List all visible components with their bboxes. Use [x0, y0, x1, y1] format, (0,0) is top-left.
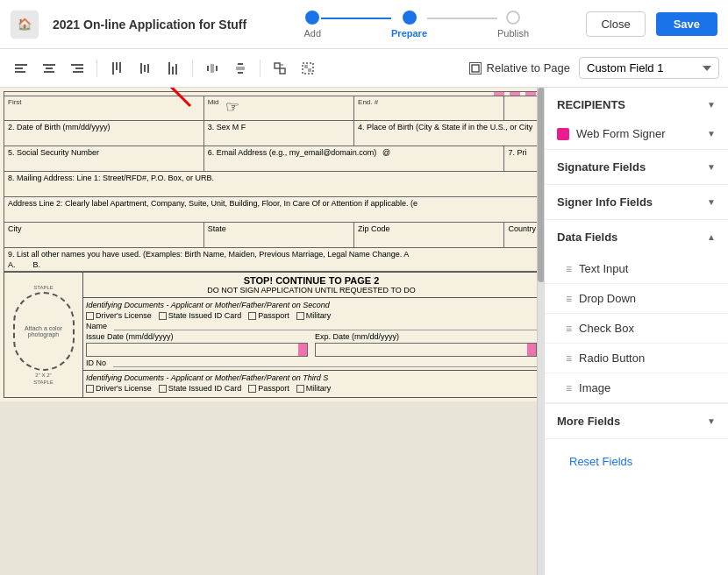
distribute-v-icon[interactable]	[228, 56, 253, 81]
doc-scroll[interactable]: STAPLE 2" X 2"	[0, 88, 544, 575]
field-item-image[interactable]: ≡ Image	[545, 373, 728, 403]
step-publish[interactable]: Publish	[497, 11, 529, 39]
id-name-row: Name	[86, 322, 537, 330]
step-line-2	[427, 18, 497, 19]
field-item-radio-button[interactable]: ≡ Radio Button	[545, 344, 728, 373]
svg-rect-15	[168, 62, 170, 75]
recipients-label: RECIPIENTS	[557, 98, 625, 111]
image-icon: ≡	[566, 382, 572, 394]
step-label-prepare: Prepare	[391, 28, 427, 39]
field-item-check-box[interactable]: ≡ Check Box	[545, 314, 728, 344]
zip-label: Zip Code	[358, 224, 390, 233]
ssn-label: 5. Social Security Number	[8, 148, 99, 157]
end-field	[358, 106, 500, 118]
dob-label: 2. Date of Birth (mm/dd/yyyy)	[8, 123, 111, 131]
svg-rect-25	[280, 68, 285, 74]
si2-label: State Issued ID Card	[168, 384, 242, 393]
pp2-label: Passport	[258, 384, 289, 393]
names-label: 9. List all other names you have used. (…	[8, 250, 409, 259]
svg-rect-22	[238, 72, 243, 74]
align-middle-v-icon[interactable]	[132, 56, 157, 81]
stop-text: STOP! CONTINUE TO PAGE 2	[86, 275, 537, 286]
app-title: 2021 On-line Application for Stuff	[53, 18, 246, 32]
recipients-header[interactable]: RECIPIENTS ▼	[545, 88, 728, 122]
scrollbar-thumb[interactable]	[538, 88, 544, 282]
sidebar: RECIPIENTS ▼ Web Form Signer ▼ Signature…	[544, 88, 728, 575]
passport-check-2: Passport	[248, 384, 289, 393]
id-name-label: Name	[86, 322, 107, 330]
mailing-label: 8. Mailing Address: Line 1: Street/RFD#,…	[8, 174, 214, 182]
exp-date-label: Exp. Date (mm/dd/yyyy)	[315, 332, 399, 341]
field-dropdown[interactable]: Custom Field 1 Custom Field 2 Custom Fie…	[579, 57, 719, 79]
mil-checkbox-box	[296, 312, 304, 320]
header-actions: Close Save	[586, 11, 717, 37]
si-label: State Issued ID Card	[168, 311, 242, 320]
field-highlight-2	[510, 92, 520, 96]
align-bottom-icon[interactable]	[161, 56, 185, 81]
photo-size-label: 2" X 2"	[35, 373, 51, 378]
step-prepare[interactable]: Prepare	[391, 11, 427, 39]
distribute-h-icon[interactable]	[200, 56, 225, 81]
more-fields-section: More Fields ▼	[545, 404, 728, 439]
signer-info-header[interactable]: Signer Info Fields ▼	[545, 185, 728, 219]
position-label: Relative to Page	[487, 61, 570, 75]
a-label: A.	[8, 260, 16, 269]
data-fields-header[interactable]: Data Fields ▲	[545, 220, 728, 254]
resize-icon[interactable]	[268, 56, 292, 81]
svg-rect-14	[147, 64, 149, 73]
position-toggle[interactable]: Relative to Page	[469, 61, 570, 75]
pp-label: Passport	[258, 311, 289, 320]
state-field	[208, 233, 350, 245]
reset-fields-link[interactable]: Reset Fields	[557, 446, 716, 477]
svg-rect-0	[15, 64, 27, 66]
svg-rect-12	[140, 63, 142, 74]
form-content: STAPLE 2" X 2"	[0, 88, 544, 401]
svg-rect-16	[172, 67, 174, 75]
dl-checkbox-box	[86, 312, 94, 320]
svg-rect-30	[472, 65, 479, 72]
field-item-text-input[interactable]: ≡ Text Input	[545, 254, 728, 284]
id-no-field	[113, 358, 537, 367]
email-field	[208, 157, 501, 169]
signer-info-chevron: ▼	[707, 197, 716, 207]
svg-rect-7	[75, 67, 83, 69]
svg-rect-8	[73, 71, 83, 73]
save-button[interactable]: Save	[656, 12, 717, 36]
signature-fields-section: Signature Fields ▼	[545, 150, 728, 185]
svg-rect-4	[46, 67, 53, 69]
stop-text-area: STOP! CONTINUE TO PAGE 2 DO NOT SIGN APP…	[83, 273, 539, 298]
data-fields-label: Data Fields	[557, 231, 617, 244]
recipient-dropdown-chevron[interactable]: ▼	[707, 129, 716, 138]
si-checkbox-box	[159, 312, 167, 320]
document-area[interactable]: STAPLE 2" X 2"	[0, 88, 544, 575]
relative-to-page-checkbox[interactable]	[469, 62, 482, 75]
step-add[interactable]: Add	[303, 11, 321, 39]
recipients-content: Web Form Signer ▼	[545, 122, 728, 149]
home-button[interactable]: 🏠	[11, 11, 39, 39]
close-button[interactable]: Close	[586, 11, 645, 37]
more-fields-header[interactable]: More Fields ▼	[545, 404, 728, 438]
svg-rect-13	[144, 65, 146, 72]
check-box-icon: ≡	[566, 323, 572, 335]
align-left-icon[interactable]	[9, 56, 33, 81]
align-center-h-icon[interactable]	[37, 56, 61, 81]
mailing-field	[8, 182, 536, 195]
svg-rect-11	[119, 62, 121, 73]
photo-placeholder: Attach a colorphotograph	[13, 292, 75, 371]
exp-field-highlight	[527, 344, 536, 356]
end-label: End. #	[358, 98, 500, 106]
id-docs-title-2: Identifying Documents - Applicant or Mot…	[86, 373, 537, 382]
step-dot-add	[305, 11, 319, 25]
header: 🏠 2021 On-line Application for Stuff Add…	[0, 0, 728, 49]
align-right-icon[interactable]	[65, 56, 89, 81]
group-icon[interactable]	[296, 56, 320, 81]
svg-rect-24	[275, 63, 280, 68]
first-field	[8, 106, 200, 118]
align-top-icon[interactable]	[104, 56, 129, 81]
dob-field	[8, 131, 200, 144]
toolbar-separator-1	[96, 60, 97, 77]
field-item-label-image: Image	[579, 381, 610, 394]
signature-fields-header[interactable]: Signature Fields ▼	[545, 150, 728, 184]
scrollbar-track[interactable]	[537, 88, 544, 575]
field-item-drop-down[interactable]: ≡ Drop Down	[545, 284, 728, 314]
